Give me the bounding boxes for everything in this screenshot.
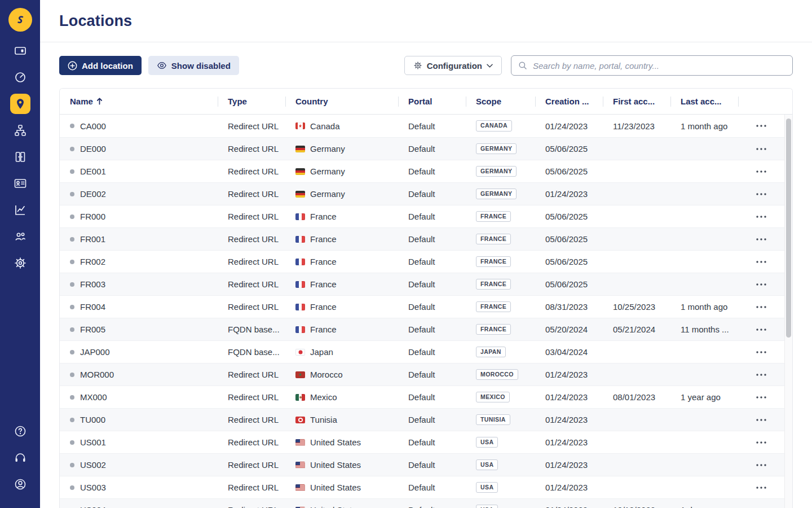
table-row[interactable]: US004 Redirect URL United States Default… <box>60 498 792 508</box>
app-logo-icon <box>8 8 32 32</box>
table-row[interactable]: MOR000 Redirect URL Morocco Default MORO… <box>60 363 792 386</box>
location-name: DE002 <box>80 189 106 199</box>
table-row[interactable]: FR001 Redirect URL France Default FRANCE… <box>60 227 792 250</box>
status-dot-icon <box>70 395 74 400</box>
scope-badge: FRANCE <box>476 324 511 335</box>
sidebar-item-support[interactable] <box>10 448 30 468</box>
status-dot-icon <box>70 373 74 377</box>
row-actions-button[interactable] <box>752 167 771 176</box>
first-access-cell <box>603 273 670 295</box>
country-cell: United States <box>285 476 398 498</box>
type-cell: Redirect URL <box>218 273 285 295</box>
name-cell: JAP000 <box>60 341 218 363</box>
table-row[interactable]: TU000 Redirect URL Tunisia Default TUNIS… <box>60 408 792 431</box>
portal-cell: Default <box>398 251 466 273</box>
sidebar-item-contacts[interactable] <box>10 173 30 194</box>
portal-cell: Default <box>398 318 466 340</box>
chevron-down-icon <box>487 64 493 68</box>
country-cell: Tunisia <box>285 409 398 431</box>
sidebar-item-network[interactable] <box>10 120 30 141</box>
location-name: FR005 <box>80 325 105 334</box>
search-input[interactable] <box>511 55 793 76</box>
row-actions-button[interactable] <box>752 257 771 266</box>
sidebar-item-card[interactable] <box>10 41 30 61</box>
table-row[interactable]: MX000 Redirect URL Mexico Default MEXICO… <box>60 386 792 408</box>
row-actions-button[interactable] <box>752 393 771 402</box>
table-row[interactable]: FR003 Redirect URL France Default FRANCE… <box>60 273 792 295</box>
main-content: Locations Add location Show disabled <box>40 0 812 508</box>
add-location-button[interactable]: Add location <box>59 56 142 75</box>
scope-cell: CANADA <box>466 115 535 137</box>
name-cell: CA000 <box>60 115 218 137</box>
country-flag-icon <box>295 281 305 288</box>
sidebar-item-doors[interactable] <box>10 147 30 167</box>
name-cell: FR005 <box>60 318 218 340</box>
column-header-type[interactable]: Type <box>218 89 285 114</box>
location-name: FR002 <box>80 257 105 266</box>
type-cell: Redirect URL <box>218 160 285 182</box>
country-flag-icon <box>295 326 305 333</box>
sidebar-item-users[interactable] <box>10 226 30 247</box>
column-header-portal[interactable]: Portal <box>398 89 466 114</box>
row-actions-button[interactable] <box>752 235 771 244</box>
column-header-scope[interactable]: Scope <box>466 89 535 114</box>
sidebar-item-settings[interactable] <box>10 253 30 273</box>
table-row[interactable]: US002 Redirect URL United States Default… <box>60 453 792 476</box>
country-flag-icon <box>295 462 305 468</box>
column-header-first-access[interactable]: First acc... <box>603 89 670 114</box>
sidebar-item-account[interactable] <box>10 474 30 494</box>
row-actions-button[interactable] <box>752 506 771 508</box>
table-row[interactable]: CA000 Redirect URL Canada Default CANADA… <box>60 115 792 137</box>
name-cell: DE000 <box>60 138 218 160</box>
sidebar-item-analytics[interactable] <box>10 200 30 220</box>
sidebar-item-help[interactable] <box>10 421 30 441</box>
last-access-cell: 1 d... <box>670 499 738 508</box>
creation-cell: 01/24/2023 <box>535 183 603 205</box>
row-actions-button[interactable] <box>752 212 771 221</box>
table-row[interactable]: FR005 FQDN base... France Default FRANCE… <box>60 318 792 340</box>
scope-cell: GERMANY <box>466 138 535 160</box>
row-actions-button[interactable] <box>752 121 771 130</box>
portal-cell: Default <box>398 499 466 508</box>
row-actions-button[interactable] <box>752 415 771 424</box>
show-disabled-button[interactable]: Show disabled <box>148 56 239 75</box>
row-actions-button[interactable] <box>752 144 771 154</box>
country-flag-icon <box>295 168 305 175</box>
sidebar-item-locations[interactable] <box>10 94 30 114</box>
column-header-last-access[interactable]: Last acc... <box>670 89 738 114</box>
scope-badge: GERMANY <box>476 143 517 155</box>
table-row[interactable]: FR000 Redirect URL France Default FRANCE… <box>60 205 792 227</box>
eye-icon <box>157 60 167 71</box>
name-cell: US003 <box>60 476 218 498</box>
table-row[interactable]: US001 Redirect URL United States Default… <box>60 431 792 453</box>
table-row[interactable]: US003 Redirect URL United States Default… <box>60 476 792 498</box>
table-row[interactable]: DE002 Redirect URL Germany Default GERMA… <box>60 182 792 205</box>
row-actions-button[interactable] <box>752 280 771 289</box>
vertical-scrollbar-thumb[interactable] <box>786 119 791 338</box>
row-actions-button[interactable] <box>752 325 771 334</box>
row-actions-button[interactable] <box>752 190 771 199</box>
column-header-country[interactable]: Country <box>285 89 398 114</box>
vertical-scrollbar-track <box>784 115 792 508</box>
sidebar-item-dashboard[interactable] <box>10 67 30 87</box>
table-row[interactable]: DE001 Redirect URL Germany Default GERMA… <box>60 160 792 182</box>
table-row[interactable]: JAP000 FQDN base... Japan Default JAPAN … <box>60 340 792 363</box>
row-actions-button[interactable] <box>752 348 771 357</box>
row-actions-button[interactable] <box>752 438 771 447</box>
status-dot-icon <box>70 463 74 467</box>
column-header-name[interactable]: Name <box>60 89 218 114</box>
column-header-creation[interactable]: Creation ... <box>535 89 603 114</box>
row-actions-button[interactable] <box>752 370 771 379</box>
status-dot-icon <box>70 214 74 219</box>
row-actions-button[interactable] <box>752 483 771 492</box>
configuration-button[interactable]: Configuration <box>404 56 502 75</box>
last-access-cell: 1 year ago <box>670 386 738 408</box>
row-actions-button[interactable] <box>752 461 771 470</box>
location-name: MOR000 <box>80 370 114 379</box>
table-row[interactable]: DE000 Redirect URL Germany Default GERMA… <box>60 137 792 160</box>
row-actions-button[interactable] <box>752 303 771 312</box>
first-access-cell: 05/21/2024 <box>603 318 670 340</box>
table-row[interactable]: FR002 Redirect URL France Default FRANCE… <box>60 250 792 273</box>
portal-cell: Default <box>398 364 466 386</box>
table-row[interactable]: FR004 Redirect URL France Default FRANCE… <box>60 295 792 318</box>
